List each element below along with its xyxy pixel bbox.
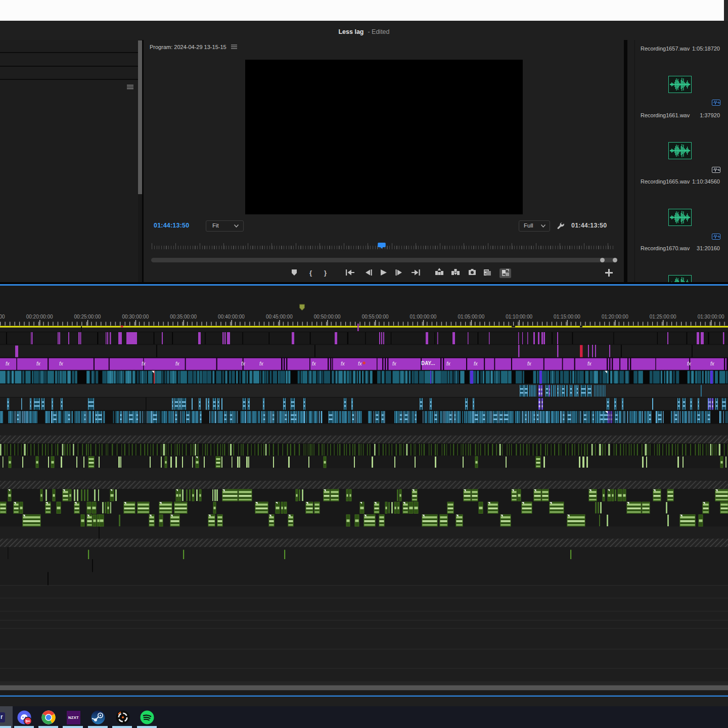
svg-text:}: } [324, 269, 327, 277]
svg-text:01:30:00:00: 01:30:00:00 [698, 314, 724, 320]
svg-text:00:15:00:00: 00:15:00:00 [0, 314, 5, 320]
svg-text:fx: fx [175, 360, 180, 366]
svg-text:01:10:00:00: 01:10:00:00 [506, 314, 532, 320]
svg-text:fx: fx [392, 360, 397, 366]
svg-text:fx: fx [446, 360, 451, 366]
svg-text:fx: fx [341, 360, 345, 366]
svg-text:fx: fx [59, 360, 64, 366]
svg-text:00:30:00:00: 00:30:00:00 [122, 314, 149, 320]
svg-text:00:20:00:00: 00:20:00:00 [26, 314, 53, 320]
svg-text:00:40:00:00: 00:40:00:00 [218, 314, 245, 320]
svg-text:00:45:00:00: 00:45:00:00 [266, 314, 293, 320]
svg-text:00:50:00:00: 00:50:00:00 [314, 314, 341, 320]
svg-text:fx: fx [710, 360, 715, 366]
svg-text:00:35:00:00: 00:35:00:00 [170, 314, 197, 320]
svg-text:fx: fx [259, 360, 264, 366]
svg-text:fx: fx [474, 360, 478, 366]
svg-text:fx: fx [687, 360, 692, 366]
svg-text:fx: fx [527, 360, 532, 366]
svg-text:{: { [309, 269, 312, 277]
svg-text:fx: fx [241, 360, 246, 366]
svg-text:01:05:00:00: 01:05:00:00 [458, 314, 484, 320]
svg-text:DAY...: DAY... [421, 360, 435, 366]
svg-text:01:15:00:00: 01:15:00:00 [554, 314, 580, 320]
svg-text:01:20:00:00: 01:20:00:00 [602, 314, 628, 320]
svg-text:fx: fx [587, 360, 592, 366]
svg-text:fx: fx [142, 360, 146, 366]
svg-text:fx: fx [6, 360, 10, 366]
svg-text:01:00:00:00: 01:00:00:00 [410, 314, 437, 320]
svg-text:01:25:00:00: 01:25:00:00 [650, 314, 676, 320]
svg-text:fx: fx [36, 360, 41, 366]
svg-text:00:55:00:00: 00:55:00:00 [362, 314, 389, 320]
svg-text:fx: fx [312, 360, 316, 366]
svg-text:00:25:00:00: 00:25:00:00 [74, 314, 101, 320]
svg-text:fx: fx [358, 360, 362, 366]
svg-text:9+: 9+ [25, 719, 30, 723]
